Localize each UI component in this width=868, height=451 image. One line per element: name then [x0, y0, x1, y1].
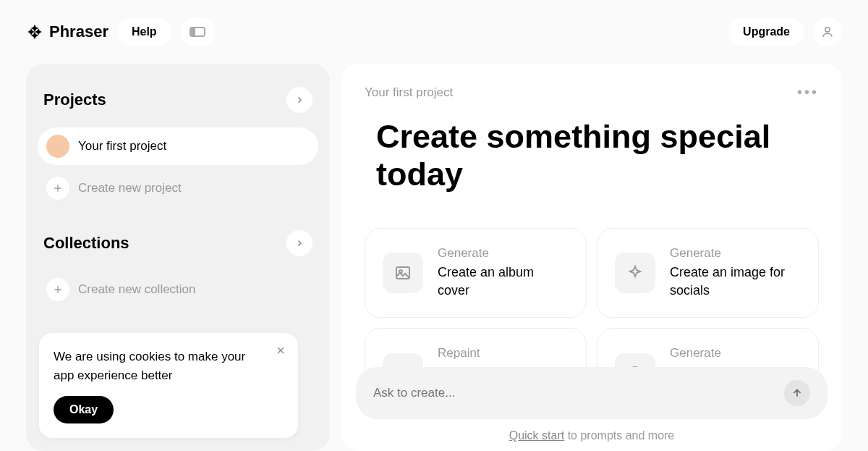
plus-icon — [46, 278, 69, 301]
cookie-banner: We are using cookies to make your app ex… — [39, 333, 298, 438]
cookie-text: We are using cookies to make your app ex… — [54, 347, 284, 384]
chevron-right-icon — [295, 96, 304, 104]
topbar: Phraser Help Upgrade — [0, 0, 868, 64]
toggle-icon — [190, 27, 205, 37]
collections-expand[interactable] — [286, 230, 312, 256]
close-icon — [275, 345, 286, 356]
prompt-input[interactable] — [373, 386, 775, 400]
card-title: Create an image for socials — [670, 264, 801, 300]
plus-icon — [46, 177, 69, 200]
headline: Create something special today — [365, 118, 819, 193]
image-icon — [383, 253, 423, 293]
sparkle-icon — [615, 253, 655, 293]
collections-header: Collections — [38, 224, 318, 262]
svg-point-1 — [825, 28, 830, 32]
brand-name: Phraser — [49, 22, 109, 41]
card-tag: Generate — [670, 346, 801, 361]
create-collection-label: Create new collection — [78, 282, 196, 297]
card-socials-image[interactable]: Generate Create an image for socials — [597, 228, 819, 318]
project-color-icon — [46, 135, 69, 158]
main-area: Projects Your first project Create new p… — [0, 64, 868, 451]
quickstart-rest: to prompts and more — [564, 429, 674, 442]
quickstart-text: Quick start to prompts and more — [356, 429, 827, 442]
prompt-bar — [356, 367, 827, 419]
quickstart-link[interactable]: Quick start — [509, 429, 564, 442]
logo[interactable]: Phraser — [26, 22, 109, 41]
help-button[interactable]: Help — [117, 18, 171, 46]
breadcrumb-project: Your first project — [365, 85, 453, 100]
cookie-okay-button[interactable]: Okay — [54, 396, 114, 423]
project-name: Your first project — [78, 139, 166, 153]
projects-title: Projects — [43, 90, 106, 109]
more-options-button[interactable]: ••• — [797, 84, 819, 101]
project-item-active[interactable]: Your first project — [38, 127, 318, 165]
card-album-cover[interactable]: Generate Create an album cover — [365, 228, 587, 318]
prompt-bar-area: Quick start to prompts and more — [341, 367, 842, 451]
arrow-up-icon — [791, 387, 803, 399]
user-icon — [821, 25, 834, 38]
card-title: Create an album cover — [438, 264, 569, 300]
create-project-button[interactable]: Create new project — [38, 169, 318, 207]
logo-icon — [26, 23, 43, 41]
dots-icon: ••• — [797, 84, 819, 100]
collections-title: Collections — [43, 234, 129, 253]
card-tag: Repaint — [438, 346, 569, 361]
sidebar: Projects Your first project Create new p… — [26, 64, 330, 451]
projects-expand[interactable] — [286, 87, 312, 113]
chevron-right-icon — [295, 239, 304, 248]
cookie-close-button[interactable] — [275, 345, 286, 360]
card-tag: Generate — [670, 246, 801, 261]
projects-header: Projects — [38, 81, 318, 119]
card-tag: Generate — [438, 246, 569, 261]
theme-toggle[interactable] — [180, 17, 215, 46]
create-collection-button[interactable]: Create new collection — [38, 271, 318, 308]
avatar-button[interactable] — [813, 17, 842, 46]
content: Your first project ••• Create something … — [341, 64, 842, 451]
content-header: Your first project ••• — [365, 84, 819, 101]
prompt-send-button[interactable] — [784, 380, 810, 406]
create-project-label: Create new project — [78, 181, 182, 195]
upgrade-button[interactable]: Upgrade — [728, 18, 804, 46]
